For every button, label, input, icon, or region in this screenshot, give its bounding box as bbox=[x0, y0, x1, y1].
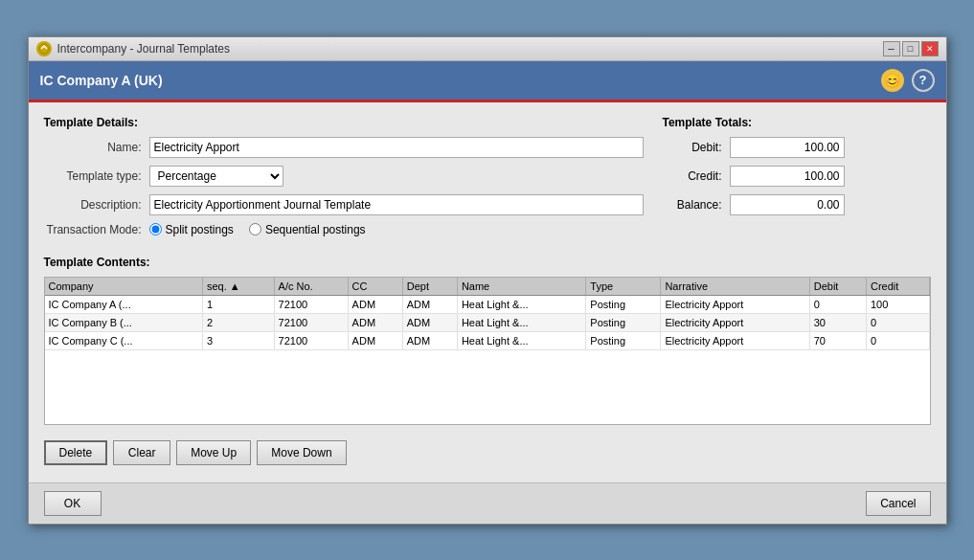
title-bar: Intercompany - Journal Templates ─ □ ✕ bbox=[29, 37, 946, 61]
template-contents: Template Contents: Company seq. ▲ A/c No… bbox=[44, 256, 931, 469]
app-icon bbox=[36, 41, 52, 56]
right-column: Template Totals: Debit: Credit: Balance: bbox=[663, 116, 931, 244]
table-body: IC Company A (...172100ADMADMHeat Light … bbox=[45, 295, 930, 349]
contents-table: Company seq. ▲ A/c No. CC Dept Name Type… bbox=[45, 278, 930, 350]
bottom-bar: OK Cancel bbox=[29, 482, 946, 524]
split-postings-label[interactable]: Split postings bbox=[149, 223, 234, 236]
table-row[interactable]: IC Company A (...172100ADMADMHeat Light … bbox=[45, 295, 930, 313]
debit-row: Debit: bbox=[663, 137, 931, 158]
sequential-postings-radio[interactable] bbox=[249, 223, 261, 235]
clear-button[interactable]: Clear bbox=[113, 440, 170, 465]
table-row[interactable]: IC Company C (...372100ADMADMHeat Light … bbox=[45, 331, 930, 349]
description-input[interactable] bbox=[149, 194, 644, 215]
table-row[interactable]: IC Company B (...272100ADMADMHeat Light … bbox=[45, 313, 930, 331]
ok-button[interactable]: OK bbox=[44, 491, 102, 516]
debit-input[interactable] bbox=[730, 137, 845, 158]
split-postings-radio[interactable] bbox=[149, 223, 162, 235]
move-down-button[interactable]: Move Down bbox=[257, 440, 346, 465]
minimize-button[interactable]: ─ bbox=[883, 41, 900, 56]
template-details-title: Template Details: bbox=[44, 116, 644, 129]
name-label: Name: bbox=[44, 141, 149, 154]
delete-button[interactable]: Delete bbox=[44, 440, 108, 465]
maximize-button[interactable]: □ bbox=[902, 41, 919, 56]
credit-row: Credit: bbox=[663, 166, 931, 187]
col-seq[interactable]: seq. ▲ bbox=[202, 278, 274, 296]
credit-label: Credit: bbox=[663, 169, 730, 183]
close-button[interactable]: ✕ bbox=[921, 41, 939, 56]
debit-label: Debit: bbox=[663, 141, 730, 154]
description-row: Description: bbox=[44, 194, 644, 215]
template-contents-title: Template Contents: bbox=[44, 256, 931, 269]
left-column: Template Details: Name: Template type: P… bbox=[44, 116, 644, 244]
balance-input[interactable] bbox=[730, 194, 845, 215]
col-type[interactable]: Type bbox=[586, 278, 661, 296]
col-narrative[interactable]: Narrative bbox=[661, 278, 809, 296]
col-cc[interactable]: CC bbox=[348, 278, 402, 296]
col-acno[interactable]: A/c No. bbox=[274, 278, 348, 296]
main-window: Intercompany - Journal Templates ─ □ ✕ I… bbox=[28, 36, 947, 525]
window-title: Intercompany - Journal Templates bbox=[57, 42, 231, 56]
col-company[interactable]: Company bbox=[45, 278, 203, 296]
type-row: Template type: Percentage Fixed Manual bbox=[44, 166, 644, 187]
col-credit[interactable]: Credit bbox=[866, 278, 929, 296]
company-bar: IC Company A (UK) 😊 ? bbox=[29, 61, 946, 102]
cancel-button[interactable]: Cancel bbox=[866, 491, 930, 516]
help-icon[interactable]: ? bbox=[912, 69, 935, 92]
table-header-row: Company seq. ▲ A/c No. CC Dept Name Type… bbox=[45, 278, 930, 296]
move-up-button[interactable]: Move Up bbox=[176, 440, 251, 465]
table-container[interactable]: Company seq. ▲ A/c No. CC Dept Name Type… bbox=[44, 277, 931, 425]
balance-label: Balance: bbox=[663, 198, 730, 212]
name-row: Name: bbox=[44, 137, 644, 158]
type-label: Template type: bbox=[44, 169, 149, 183]
description-label: Description: bbox=[44, 198, 149, 212]
transaction-mode-label: Transaction Mode: bbox=[44, 223, 149, 236]
action-buttons: Delete Clear Move Up Move Down bbox=[44, 435, 931, 469]
radio-group: Split postings Sequential postings bbox=[149, 223, 366, 236]
sequential-postings-label[interactable]: Sequential postings bbox=[249, 223, 366, 236]
name-input[interactable] bbox=[149, 137, 644, 158]
template-totals-title: Template Totals: bbox=[663, 116, 931, 129]
template-type-select[interactable]: Percentage Fixed Manual bbox=[149, 166, 283, 187]
col-dept[interactable]: Dept bbox=[402, 278, 457, 296]
main-content: Template Details: Name: Template type: P… bbox=[29, 102, 946, 482]
window-controls: ─ □ ✕ bbox=[883, 41, 939, 56]
credit-input[interactable] bbox=[730, 166, 845, 187]
company-title: IC Company A (UK) bbox=[40, 73, 163, 88]
col-name[interactable]: Name bbox=[457, 278, 585, 296]
balance-row: Balance: bbox=[663, 194, 931, 215]
col-debit[interactable]: Debit bbox=[809, 278, 866, 296]
two-col-layout: Template Details: Name: Template type: P… bbox=[44, 116, 931, 244]
transaction-mode-row: Transaction Mode: Split postings Sequent… bbox=[44, 223, 644, 236]
company-icons: 😊 ? bbox=[881, 69, 935, 92]
title-bar-left: Intercompany - Journal Templates bbox=[36, 41, 231, 56]
smiley-icon[interactable]: 😊 bbox=[881, 69, 904, 92]
